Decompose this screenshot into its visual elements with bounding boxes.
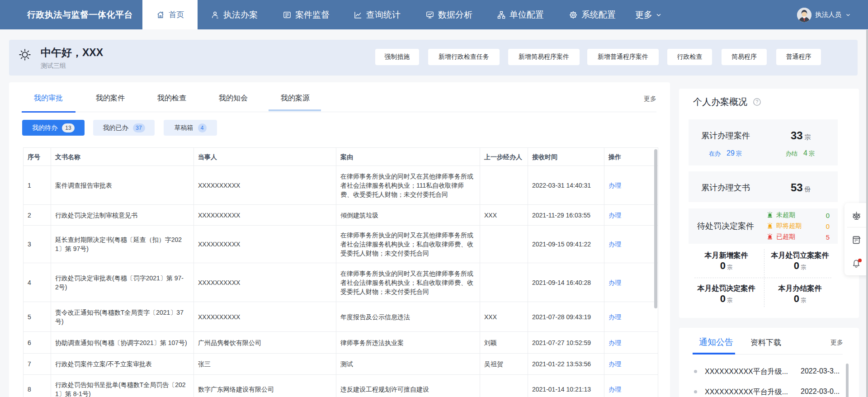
svg-text:?: ?	[756, 99, 759, 104]
